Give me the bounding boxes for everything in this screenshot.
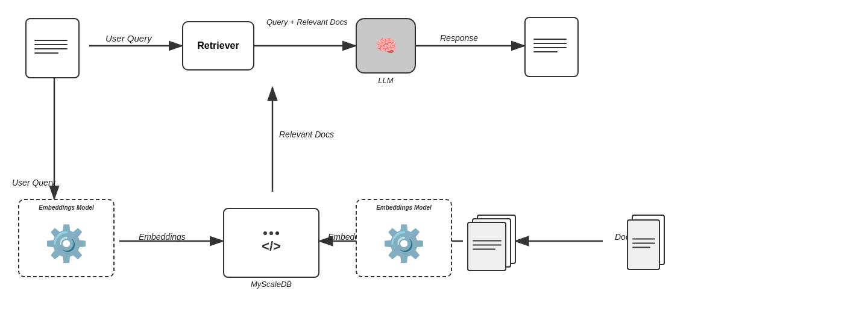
embeddings-model-left-box: Embeddings Model ⚙️ [18,199,115,277]
retriever-box: Retriever [182,21,254,71]
llm-box: 🧠 [356,18,416,74]
query-document-icon [25,18,80,78]
embeddings-model-left-label: Embeddings Model [19,204,113,212]
gear-icon-left: ⚙️ [45,223,88,264]
myscaledb-label: MyScaleDB [223,280,319,289]
response-document-icon [524,17,579,77]
user-query-top-label: User Query [105,33,152,43]
embeddings-model-right-box: Embeddings Model ⚙️ [356,199,452,277]
query-relevant-docs-label: Query + Relevant Docs [266,17,348,28]
myscaledb-box: </> [223,208,319,278]
embeddings-left-label: Embeddings [139,232,186,242]
window-dots [263,231,279,235]
embeddings-model-right-label: Embeddings Model [357,204,451,212]
gear-icon-right: ⚙️ [382,223,426,264]
stacked-docs-icon [467,210,518,276]
brain-icon: 🧠 [375,37,397,55]
docs-icon [627,210,669,276]
rag-diagram: User Query Retriever Query + Relevant Do… [0,0,868,317]
code-symbol: </> [262,239,281,254]
retriever-label: Retriever [197,40,239,51]
response-label: Response [440,33,478,43]
relevant-docs-label: Relevant Docs [279,130,334,139]
llm-label: LLM [356,76,416,85]
user-query-bottom-label: User Query [12,178,55,187]
